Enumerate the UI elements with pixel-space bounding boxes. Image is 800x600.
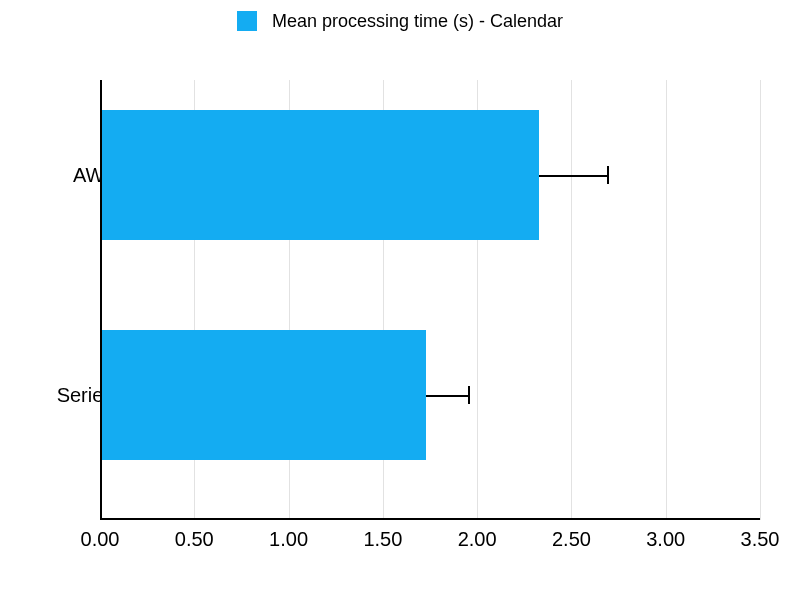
bar-awu2 xyxy=(100,110,539,240)
x-tick-label: 3.50 xyxy=(741,528,780,551)
gridline xyxy=(760,80,761,520)
error-bar-series7 xyxy=(426,395,468,397)
x-tick-label: 2.00 xyxy=(458,528,497,551)
error-bar-awu2 xyxy=(539,175,607,177)
error-cap-series7 xyxy=(468,386,470,404)
x-tick-label: 0.00 xyxy=(81,528,120,551)
legend: Mean processing time (s) - Calendar xyxy=(0,10,800,32)
x-tick-label: 1.00 xyxy=(269,528,308,551)
bar-series7 xyxy=(100,330,426,460)
gridline xyxy=(666,80,667,520)
legend-swatch xyxy=(237,11,257,31)
plot-area xyxy=(100,80,760,520)
x-tick-label: 0.50 xyxy=(175,528,214,551)
y-axis xyxy=(100,80,102,520)
x-tick-label: 2.50 xyxy=(552,528,591,551)
legend-label: Mean processing time (s) - Calendar xyxy=(272,11,563,31)
x-axis xyxy=(100,518,760,520)
x-tick-label: 3.00 xyxy=(646,528,685,551)
error-cap-awu2 xyxy=(607,166,609,184)
x-tick-label: 1.50 xyxy=(363,528,402,551)
gridline xyxy=(571,80,572,520)
chart-container: Mean processing time (s) - Calendar AWU2… xyxy=(0,0,800,600)
